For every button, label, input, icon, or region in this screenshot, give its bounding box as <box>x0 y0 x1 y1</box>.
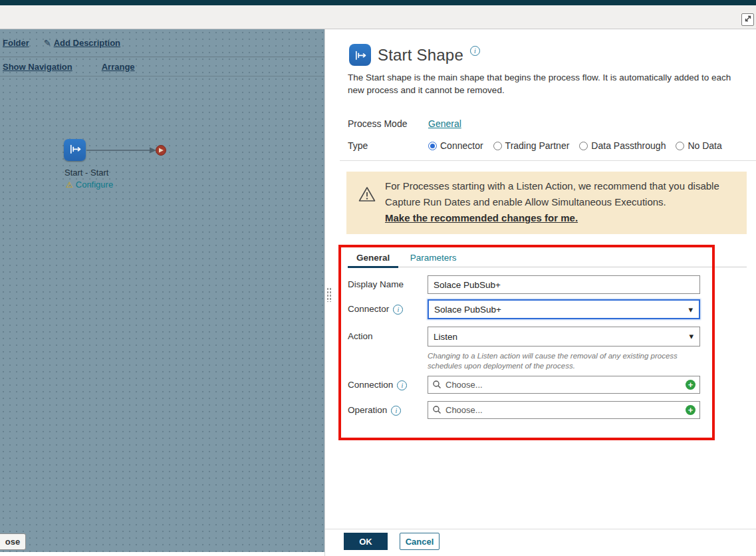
process-mode-value-link[interactable]: General <box>428 118 461 129</box>
connector-row: Connector i Solace PubSub+ ▾ <box>348 299 700 319</box>
display-name-input[interactable] <box>428 275 700 294</box>
app-root: Folder ✎ Add Description Show Navigation… <box>0 0 756 556</box>
divider <box>340 160 756 161</box>
display-name-label: Display Name <box>348 275 428 294</box>
show-navigation-link[interactable]: Show Navigation <box>3 62 72 72</box>
arrange-link[interactable]: Arrange <box>102 62 135 72</box>
operation-info-icon[interactable]: i <box>391 406 401 416</box>
start-shape-node-icon[interactable] <box>64 139 86 161</box>
action-select-value: Listen <box>434 332 457 342</box>
connection-label: Connection <box>348 376 393 394</box>
radio-connector-control[interactable] <box>428 142 437 150</box>
start-shape-icon <box>349 44 371 66</box>
connector-select[interactable]: Solace PubSub+ ▾ <box>428 299 700 319</box>
canvas-header-row: Folder ✎ Add Description <box>0 29 324 57</box>
action-select[interactable]: Listen ▾ <box>428 327 700 347</box>
add-operation-button[interactable]: + <box>686 405 695 415</box>
type-label: Type <box>348 140 428 151</box>
canvas-subheader-row: Show Navigation Arrange <box>0 57 324 76</box>
chevron-down-icon: ▾ <box>689 331 693 341</box>
connector-info-icon[interactable]: i <box>393 305 403 315</box>
process-mode-label: Process Mode <box>348 118 428 129</box>
action-helper-text: Changing to a Listen action will cause t… <box>428 351 687 371</box>
connection-choose-input[interactable] <box>428 376 700 394</box>
radio-data-passthrough[interactable]: Data Passthrough <box>579 140 666 151</box>
expand-icon <box>744 15 752 25</box>
shape-description: The Start shape is the main shape that b… <box>348 71 741 96</box>
type-row: Type Connector Trading Partner Data Pass… <box>348 140 722 151</box>
add-description-link[interactable]: Add Description <box>54 38 120 48</box>
connection-info-icon[interactable]: i <box>397 380 407 390</box>
search-icon <box>432 380 441 392</box>
node-configure-row[interactable]: ⚠ Configure <box>66 180 113 190</box>
radio-no-data-control[interactable] <box>676 142 684 150</box>
connection-row: Connection i + <box>348 376 700 394</box>
banner-text: For Processes starting with a Listen Act… <box>385 178 747 226</box>
listen-warning-banner: For Processes starting with a Listen Act… <box>346 172 747 234</box>
pencil-icon: ✎ <box>44 38 51 48</box>
radio-no-data[interactable]: No Data <box>676 140 721 151</box>
dialog-header: Start Shape i <box>349 44 480 66</box>
title-info-icon[interactable]: i <box>470 46 480 56</box>
panel-resize-handle[interactable] <box>326 287 332 302</box>
radio-trading-partner-control[interactable] <box>493 142 502 150</box>
banner-warning-icon <box>358 186 376 205</box>
chevron-down-icon: ▾ <box>688 305 693 315</box>
configure-link[interactable]: Configure <box>76 180 113 190</box>
connection-arrow <box>86 143 167 160</box>
tab-bar: General Parameters <box>348 250 747 267</box>
expand-panel-button[interactable] <box>741 13 754 26</box>
radio-data-passthrough-label: Data Passthrough <box>591 140 666 151</box>
radio-connector-label: Connector <box>440 140 483 151</box>
toolbar <box>0 5 756 29</box>
top-dark-bar <box>0 0 756 5</box>
operation-choose-input[interactable] <box>428 401 700 419</box>
search-icon <box>432 405 441 417</box>
add-connection-button[interactable]: + <box>686 380 695 390</box>
page-title: Start Shape <box>378 44 463 66</box>
connector-glyph-icon <box>68 142 82 159</box>
action-helper-row: Changing to a Listen action will cause t… <box>348 351 700 371</box>
tab-general[interactable]: General <box>348 250 398 268</box>
banner-message: For Processes starting with a Listen Act… <box>385 180 719 208</box>
connector-select-value: Solace PubSub+ <box>434 305 501 315</box>
radio-trading-partner-label: Trading Partner <box>505 140 570 151</box>
footer-divider <box>325 529 756 529</box>
tab-parameters[interactable]: Parameters <box>402 250 465 266</box>
radio-no-data-label: No Data <box>688 140 721 151</box>
start-shape-dialog: Start Shape i The Start shape is the mai… <box>324 29 756 556</box>
ok-button[interactable]: OK <box>344 533 388 550</box>
radio-data-passthrough-control[interactable] <box>579 142 588 150</box>
close-button[interactable]: ose <box>0 533 26 550</box>
start-shape-node[interactable]: Start - Start ⚠ Configure <box>64 139 177 196</box>
warning-icon: ⚠ <box>66 180 73 190</box>
connector-label: Connector <box>348 300 389 319</box>
action-row: Action Listen ▾ <box>348 327 700 347</box>
folder-link[interactable]: Folder <box>3 38 29 48</box>
radio-connector[interactable]: Connector <box>428 140 483 151</box>
node-label: Start - Start <box>64 168 108 178</box>
operation-label: Operation <box>348 401 387 420</box>
process-canvas[interactable]: Folder ✎ Add Description Show Navigation… <box>0 29 324 552</box>
recommended-changes-link[interactable]: Make the recommended changes for me. <box>385 210 747 226</box>
action-label: Action <box>348 327 428 347</box>
type-radio-group: Connector Trading Partner Data Passthrou… <box>428 140 722 151</box>
process-mode-row: Process Mode General <box>348 118 461 129</box>
radio-trading-partner[interactable]: Trading Partner <box>493 140 570 151</box>
display-name-row: Display Name <box>348 275 700 294</box>
operation-row: Operation i + <box>348 401 700 420</box>
cancel-button[interactable]: Cancel <box>400 533 440 550</box>
